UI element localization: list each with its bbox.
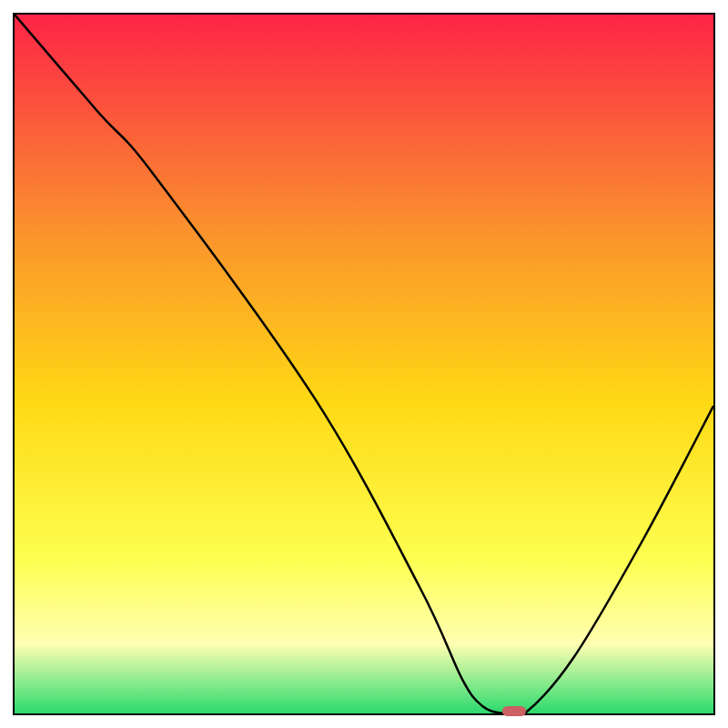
- gradient-background: [15, 15, 713, 713]
- optimal-point-marker: [502, 706, 526, 716]
- chart-frame: TheBottleneck.com: [13, 13, 715, 715]
- chart-plot: [15, 15, 713, 713]
